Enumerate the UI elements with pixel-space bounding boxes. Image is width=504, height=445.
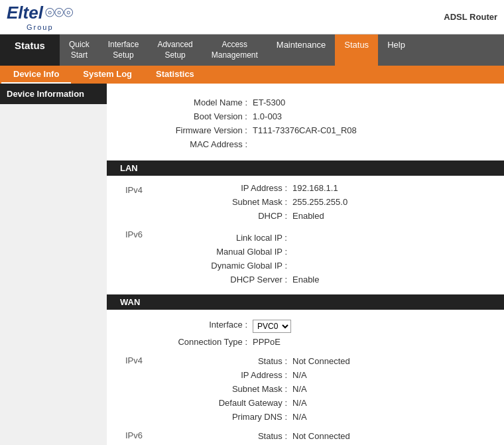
wan-ipv4-container: IPv4 Status : Not Connected IP Address :… [120, 351, 491, 424]
lan-dhcp-value: Enabled [292, 211, 324, 221]
wan-dns-label: Primary DNS : [160, 412, 292, 422]
boot-version-value: 1.0-003 [253, 111, 282, 121]
logo-area: Eltel ⦾⦾⦾ Group [7, 3, 73, 31]
wan-conn-type-label: Connection Type : [120, 337, 253, 347]
firmware-value: T111-73376CAR-C01_R08 [253, 125, 357, 135]
wan-mask-label: Subnet Mask : [160, 384, 292, 394]
wan-status-row: Status : Not Connected [160, 354, 491, 368]
logo-swirl-icon: ⦾⦾⦾ [45, 6, 73, 20]
wan-ipv6-fields: Status : Not Connected IP Address : N/A … [160, 426, 491, 445]
wan-interface-select[interactable]: PVC0 PVC1 PVC2 PVC3 PVC4 PVC5 PVC6 PVC7 [253, 320, 291, 333]
wan-ipv4-fields: Status : Not Connected IP Address : N/A … [160, 351, 491, 424]
status-nav-label: Status [0, 34, 60, 66]
page-header: Eltel ⦾⦾⦾ Group ADSL Router [0, 0, 504, 34]
lan-ipv4-container: IPv4 IP Address : 192.168.1.1 Subnet Mas… [120, 181, 491, 223]
subnav-system-log[interactable]: System Log [71, 66, 144, 84]
lan-manual-global-row: Manual Global IP : [160, 245, 491, 259]
wan-conn-type-row: Connection Type : PPPoE [120, 335, 491, 349]
content-area: Device Information Model Name : ET-5300 … [0, 84, 504, 445]
wan-ipv6-label: IPv6 [120, 426, 160, 445]
nav-quick-start[interactable]: Quick Start [60, 34, 99, 66]
model-name-label: Model Name : [120, 97, 253, 107]
lan-dhcp-server-value: Enable [292, 275, 319, 285]
product-label: ADSL Router [444, 12, 497, 22]
nav-advanced-setup[interactable]: Advanced Setup [148, 34, 202, 66]
firmware-row: Firmware Version : T111-73376CAR-C01_R08 [120, 123, 491, 137]
boot-version-label: Boot Version : [120, 111, 253, 121]
mac-row: MAC Address : [120, 137, 491, 151]
sidebar-section-device-info: Device Information [0, 84, 107, 104]
wan-dns-value: N/A [292, 412, 307, 422]
lan-ipv4-section: IPv4 IP Address : 192.168.1.1 Subnet Mas… [120, 180, 491, 224]
lan-ipv6-label: IPv6 [120, 225, 160, 286]
nav-help[interactable]: Help [378, 34, 414, 66]
subnav-device-info[interactable]: Device Info [1, 66, 71, 84]
lan-ip-row: IP Address : 192.168.1.1 [160, 181, 491, 195]
wan-ipv6-status-value: Not Connected [292, 431, 350, 441]
model-name-row: Model Name : ET-5300 [120, 95, 491, 109]
lan-link-local-row: Link local IP : [160, 231, 491, 245]
nav-interface-setup[interactable]: Interface Setup [99, 34, 149, 66]
lan-link-local-label: Link local IP : [160, 233, 292, 243]
wan-section-header: WAN [107, 294, 504, 310]
lan-dhcp-label: DHCP : [160, 211, 292, 221]
lan-manual-global-label: Manual Global IP : [160, 247, 292, 257]
wan-ipv6-section: IPv6 Status : Not Connected IP Address :… [120, 425, 491, 445]
lan-ipv6-fields: Link local IP : Manual Global IP : Dynam… [160, 225, 491, 286]
wan-interface-select-container[interactable]: PVC0 PVC1 PVC2 PVC3 PVC4 PVC5 PVC6 PVC7 [253, 320, 291, 333]
wan-dns-row: Primary DNS : N/A [160, 410, 491, 424]
wan-interface-label: Interface : [120, 320, 253, 333]
wan-status-label: Status : [160, 356, 292, 366]
logo-eltel: Eltel [7, 3, 43, 23]
wan-interface-area: Interface : PVC0 PVC1 PVC2 PVC3 PVC4 PVC… [120, 314, 491, 350]
main-navbar: Status Quick Start Interface Setup Advan… [0, 34, 504, 66]
wan-ip-value: N/A [292, 370, 307, 380]
wan-gateway-value: N/A [292, 398, 307, 408]
lan-mask-label: Subnet Mask : [160, 197, 292, 207]
sub-navbar: Device Info System Log Statistics [0, 66, 504, 84]
wan-ipv4-label: IPv4 [120, 351, 160, 424]
wan-status-value: Not Connected [292, 356, 350, 366]
wan-interface-row: Interface : PVC0 PVC1 PVC2 PVC3 PVC4 PVC… [120, 318, 491, 335]
wan-conn-type-value: PPPoE [253, 337, 281, 347]
lan-dynamic-global-label: Dynamic Global IP : [160, 261, 292, 271]
mac-label: MAC Address : [120, 139, 253, 149]
lan-dhcp-server-row: DHCP Server : Enable [160, 273, 491, 286]
lan-dhcp-row: DHCP : Enabled [160, 209, 491, 223]
logo-group: Group [27, 23, 73, 31]
lan-ipv6-section: IPv6 Link local IP : Manual Global IP : … [120, 224, 491, 288]
device-info-section: Model Name : ET-5300 Boot Version : 1.0-… [120, 90, 491, 154]
wan-ipv6-status-label: Status : [160, 431, 292, 441]
wan-gateway-label: Default Gateway : [160, 398, 292, 408]
main-content: Model Name : ET-5300 Boot Version : 1.0-… [107, 84, 504, 445]
nav-maintenance[interactable]: Maintenance [267, 34, 335, 66]
lan-mask-value: 255.255.255.0 [292, 197, 347, 207]
lan-mask-row: Subnet Mask : 255.255.255.0 [160, 195, 491, 209]
wan-ip-label: IP Address : [160, 370, 292, 380]
firmware-label: Firmware Version : [120, 125, 253, 135]
boot-version-row: Boot Version : 1.0-003 [120, 109, 491, 123]
wan-mask-value: N/A [292, 384, 307, 394]
wan-mask-row: Subnet Mask : N/A [160, 382, 491, 396]
lan-ip-value: 192.168.1.1 [292, 183, 338, 193]
subnav-statistics[interactable]: Statistics [144, 66, 206, 84]
lan-dynamic-global-row: Dynamic Global IP : [160, 259, 491, 273]
sidebar: Device Information [0, 84, 107, 445]
wan-ipv6-status-row: Status : Not Connected [160, 429, 491, 443]
lan-ipv4-fields: IP Address : 192.168.1.1 Subnet Mask : 2… [160, 181, 491, 223]
wan-ipv4-section: IPv4 Status : Not Connected IP Address :… [120, 350, 491, 425]
nav-access-management[interactable]: Access Management [202, 34, 267, 66]
lan-dhcp-server-label: DHCP Server : [160, 275, 292, 285]
wan-gateway-row: Default Gateway : N/A [160, 396, 491, 410]
lan-section-header: LAN [107, 160, 504, 176]
lan-ip-label: IP Address : [160, 183, 292, 193]
nav-status[interactable]: Status [335, 34, 378, 66]
lan-ipv4-label: IPv4 [120, 181, 160, 223]
model-name-value: ET-5300 [253, 97, 285, 107]
wan-ip-row: IP Address : N/A [160, 368, 491, 382]
lan-ipv6-container: IPv6 Link local IP : Manual Global IP : … [120, 225, 491, 286]
wan-ipv6-container: IPv6 Status : Not Connected IP Address :… [120, 426, 491, 445]
